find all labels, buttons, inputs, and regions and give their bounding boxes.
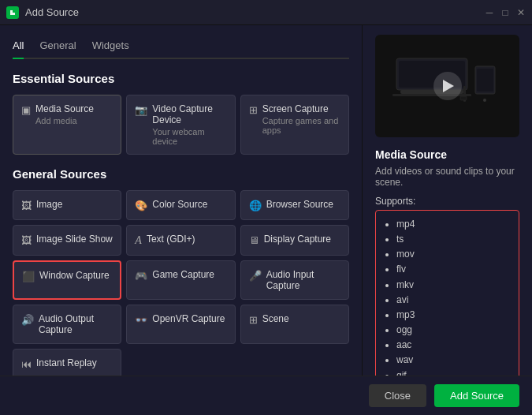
audio-input-label: Audio Input Capture bbox=[266, 269, 340, 291]
add-source-button[interactable]: Add Source bbox=[434, 384, 519, 407]
source-instant-replay[interactable]: ⏮ Instant Replay bbox=[13, 349, 121, 379]
image-slideshow-label: Image Slide Show bbox=[36, 234, 113, 245]
format-mp4: mp4 bbox=[396, 217, 511, 232]
format-mov: mov bbox=[396, 247, 511, 262]
display-capture-label: Display Capture bbox=[264, 234, 331, 245]
browser-source-icon: 🌐 bbox=[249, 200, 262, 211]
image-label: Image bbox=[36, 199, 62, 210]
source-color-source[interactable]: 🎨 Color Source bbox=[126, 190, 235, 220]
format-ogg: ogg bbox=[396, 323, 511, 338]
display-capture-icon: 🖥 bbox=[249, 234, 259, 246]
source-image[interactable]: 🖼 Image bbox=[13, 190, 121, 220]
window-capture-label: Window Capture bbox=[39, 270, 110, 281]
audio-output-label: Audio Output Capture bbox=[39, 313, 113, 335]
format-aac: aac bbox=[396, 338, 511, 353]
media-source-label: Media Source bbox=[35, 103, 94, 114]
preview-area bbox=[375, 35, 519, 137]
general-sources-title: General Sources bbox=[13, 167, 349, 181]
titlebar: Add Source ─ □ ✕ bbox=[0, 0, 532, 25]
text-gdi-icon: A bbox=[135, 234, 142, 247]
svg-rect-6 bbox=[392, 94, 471, 96]
source-window-capture[interactable]: ⬛ Window Capture bbox=[13, 260, 121, 300]
audio-output-icon: 🔊 bbox=[21, 314, 34, 326]
video-capture-sub: Your webcam device bbox=[152, 127, 226, 146]
image-slideshow-icon: 🖼 bbox=[21, 234, 32, 246]
media-source-sub: Add media bbox=[35, 116, 94, 125]
media-source-icon: ▣ bbox=[21, 104, 31, 116]
scene-label: Scene bbox=[262, 313, 289, 324]
color-source-icon: 🎨 bbox=[135, 200, 147, 211]
source-screen-capture[interactable]: ⊞ Screen Capture Capture games and apps bbox=[240, 95, 349, 155]
openvr-label: OpenVR Capture bbox=[152, 313, 225, 324]
video-capture-label: Video Capture Device bbox=[152, 103, 226, 125]
left-panel: All General Widgets Essential Sources ▣ … bbox=[0, 25, 363, 415]
info-title: Media Source bbox=[375, 148, 519, 161]
titlebar-controls[interactable]: ─ □ ✕ bbox=[485, 8, 526, 17]
tab-all[interactable]: All bbox=[13, 35, 24, 58]
game-capture-icon: 🎮 bbox=[135, 270, 147, 282]
format-mp3: mp3 bbox=[396, 308, 511, 323]
svg-rect-13 bbox=[477, 69, 493, 92]
format-avi: avi bbox=[396, 293, 511, 308]
essential-sources-grid: ▣ Media Source Add media 📷 Video Capture… bbox=[13, 95, 349, 155]
tab-bar: All General Widgets bbox=[13, 35, 349, 59]
footer-bar: Close Add Source bbox=[0, 376, 532, 415]
source-display-capture[interactable]: 🖥 Display Capture bbox=[240, 225, 349, 256]
close-button[interactable]: ✕ bbox=[516, 8, 526, 17]
screen-capture-icon: ⊞ bbox=[249, 104, 258, 116]
color-source-label: Color Source bbox=[152, 199, 207, 210]
openvr-icon: 👓 bbox=[135, 314, 147, 326]
format-mkv: mkv bbox=[396, 278, 511, 293]
svg-point-14 bbox=[483, 99, 486, 102]
source-openvr[interactable]: 👓 OpenVR Capture bbox=[126, 305, 235, 344]
svg-rect-11 bbox=[460, 96, 467, 100]
source-media-source[interactable]: ▣ Media Source Add media bbox=[13, 95, 121, 155]
video-capture-icon: 📷 bbox=[135, 104, 147, 116]
tab-widgets[interactable]: Widgets bbox=[92, 35, 129, 58]
source-video-capture[interactable]: 📷 Video Capture Device Your webcam devic… bbox=[126, 95, 235, 155]
window-capture-icon: ⬛ bbox=[22, 271, 35, 282]
right-panel: Media Source Add videos or sound clips t… bbox=[363, 25, 532, 415]
source-audio-input[interactable]: 🎤 Audio Input Capture bbox=[240, 260, 349, 300]
source-scene[interactable]: ⊞ Scene bbox=[240, 305, 349, 344]
screen-capture-sub: Capture games and apps bbox=[262, 116, 340, 135]
screen-capture-label: Screen Capture bbox=[262, 103, 340, 114]
tab-general[interactable]: General bbox=[39, 35, 76, 58]
app-icon bbox=[6, 6, 19, 19]
browser-source-label: Browser Source bbox=[266, 199, 333, 210]
source-game-capture[interactable]: 🎮 Game Capture bbox=[126, 260, 235, 300]
close-button[interactable]: Close bbox=[369, 384, 426, 407]
source-browser-source[interactable]: 🌐 Browser Source bbox=[240, 190, 349, 220]
source-audio-output[interactable]: 🔊 Audio Output Capture bbox=[13, 305, 121, 344]
game-capture-label: Game Capture bbox=[152, 269, 214, 280]
minimize-button[interactable]: ─ bbox=[485, 8, 494, 17]
info-desc: Add videos or sound clips to your scene. bbox=[375, 166, 519, 188]
source-image-slideshow[interactable]: 🖼 Image Slide Show bbox=[13, 225, 121, 256]
format-ts: ts bbox=[396, 232, 511, 247]
text-gdi-label: Text (GDI+) bbox=[147, 234, 195, 245]
general-sources-grid: 🖼 Image 🎨 Color Source 🌐 Browser Source … bbox=[13, 190, 349, 379]
essential-sources-title: Essential Sources bbox=[13, 72, 349, 85]
image-icon: 🖼 bbox=[21, 200, 32, 211]
instant-replay-label: Instant Replay bbox=[36, 357, 97, 368]
instant-replay-icon: ⏮ bbox=[21, 358, 32, 370]
audio-input-icon: 🎤 bbox=[249, 270, 262, 282]
scene-icon: ⊞ bbox=[249, 314, 258, 326]
format-wav: wav bbox=[396, 353, 511, 368]
source-text-gdi[interactable]: A Text (GDI+) bbox=[126, 225, 235, 256]
format-flv: flv bbox=[396, 262, 511, 277]
maximize-button[interactable]: □ bbox=[500, 8, 510, 17]
window-title: Add Source bbox=[25, 6, 485, 18]
supports-label: Supports: bbox=[375, 196, 519, 207]
